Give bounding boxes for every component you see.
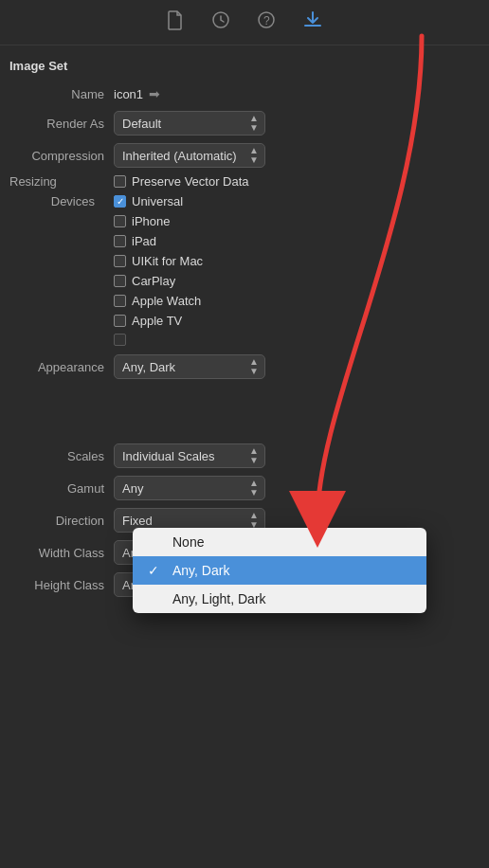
height-class-label: Height Class	[9, 578, 104, 592]
download-icon[interactable]	[302, 9, 323, 35]
any-dark-label: Any, Dark	[172, 563, 229, 578]
appearance-row: Appearance Any, Dark ▲▼	[0, 351, 489, 383]
apple-tv-item: Apple TV	[114, 314, 182, 328]
name-row: Name icon1 ➡	[0, 81, 489, 107]
ipad-label: iPad	[132, 234, 156, 248]
help-icon[interactable]: ?	[257, 10, 276, 34]
gamut-label: Gamut	[9, 481, 104, 496]
render-as-chevron-icon: ▲▼	[249, 114, 259, 133]
scales-chevron-icon: ▲▼	[249, 446, 259, 465]
more-checkbox[interactable]	[114, 334, 126, 346]
iphone-row: iPhone	[0, 211, 489, 231]
compression-label: Compression	[9, 149, 104, 163]
devices-universal-row: Devices Universal	[0, 191, 489, 211]
more-devices-row	[0, 331, 489, 349]
compression-row: Compression Inherited (Automatic) ▲▼	[0, 139, 489, 172]
uikit-row: UIKit for Mac	[0, 251, 489, 271]
apple-tv-checkbox[interactable]	[114, 315, 126, 327]
none-label: None	[172, 534, 204, 550]
scales-row: Scales Individual Scales ▲▼	[0, 440, 489, 472]
carplay-row: CarPlay	[0, 271, 489, 291]
appearance-popup: None ✓ Any, Dark Any, Light, Dark	[133, 528, 426, 613]
gamut-dropdown[interactable]: Any ▲▼	[114, 476, 265, 500]
render-as-label: Render As	[9, 117, 104, 131]
direction-label: Direction	[9, 514, 104, 528]
resizing-checkbox[interactable]	[114, 175, 126, 188]
scales-value: Individual Scales	[122, 449, 215, 463]
apple-watch-row: Apple Watch	[0, 291, 489, 311]
carplay-checkbox[interactable]	[114, 275, 126, 287]
resizing-checkbox-item: Preserve Vector Data	[114, 174, 249, 189]
compression-chevron-icon: ▲▼	[249, 146, 259, 165]
resizing-row: Resizing Preserve Vector Data	[0, 172, 489, 191]
iphone-label: iPhone	[132, 214, 170, 228]
appearance-dropdown[interactable]: Any, Dark ▲▼	[114, 354, 265, 379]
iphone-checkbox[interactable]	[114, 215, 126, 227]
apple-watch-item: Apple Watch	[114, 294, 201, 308]
more-item	[114, 334, 132, 346]
universal-checkbox[interactable]	[114, 195, 126, 208]
resizing-value: Preserve Vector Data	[132, 174, 249, 189]
render-as-value: Default	[122, 117, 161, 131]
ipad-item: iPad	[114, 234, 156, 248]
ipad-checkbox[interactable]	[114, 235, 126, 247]
name-label: Name	[9, 87, 104, 101]
appearance-chevron-icon: ▲▼	[249, 357, 259, 376]
carplay-item: CarPlay	[114, 274, 175, 288]
gamut-value: Any	[122, 481, 143, 496]
appearance-value: Any, Dark	[122, 360, 175, 374]
toolbar: ?	[0, 0, 489, 45]
gamut-row: Gamut Any ▲▼	[0, 472, 489, 504]
width-class-label: Width Class	[9, 546, 104, 560]
resizing-label: Resizing	[9, 174, 57, 189]
file-icon[interactable]	[166, 9, 185, 35]
popup-item-any-light-dark[interactable]: Any, Light, Dark	[133, 585, 426, 613]
popup-item-none[interactable]: None	[133, 528, 426, 556]
section-title: Image Set	[0, 55, 489, 81]
name-field: icon1 ➡	[114, 86, 160, 101]
gamut-chevron-icon: ▲▼	[249, 479, 259, 497]
appearance-label: Appearance	[9, 360, 104, 374]
devices-label: Devices	[51, 194, 95, 208]
name-value: icon1	[114, 87, 143, 101]
render-as-dropdown[interactable]: Default ▲▼	[114, 111, 265, 136]
apple-watch-label: Apple Watch	[132, 294, 201, 308]
uikit-item: UIKit for Mac	[114, 254, 203, 268]
name-arrow-icon[interactable]: ➡	[149, 86, 160, 101]
carplay-label: CarPlay	[132, 274, 175, 288]
svg-text:?: ?	[263, 14, 270, 27]
any-light-dark-label: Any, Light, Dark	[172, 591, 266, 606]
render-as-row: Render As Default ▲▼	[0, 107, 489, 139]
universal-label: Universal	[132, 194, 183, 208]
uikit-checkbox[interactable]	[114, 255, 126, 267]
scales-dropdown[interactable]: Individual Scales ▲▼	[114, 443, 265, 468]
uikit-label: UIKit for Mac	[132, 254, 203, 268]
iphone-item: iPhone	[114, 214, 170, 228]
history-icon[interactable]	[211, 10, 230, 34]
direction-chevron-icon: ▲▼	[249, 511, 259, 530]
compression-value: Inherited (Automatic)	[122, 149, 237, 163]
any-dark-checkmark-icon: ✓	[148, 563, 163, 578]
apple-watch-checkbox[interactable]	[114, 295, 126, 307]
apple-tv-label: Apple TV	[132, 314, 182, 328]
direction-value: Fixed	[122, 514, 153, 528]
scales-label: Scales	[9, 449, 104, 463]
content-area: Image Set Name icon1 ➡ Render As Default…	[0, 45, 489, 601]
ipad-row: iPad	[0, 231, 489, 251]
universal-item: Universal	[114, 194, 183, 208]
compression-dropdown[interactable]: Inherited (Automatic) ▲▼	[114, 143, 265, 168]
popup-item-any-dark[interactable]: ✓ Any, Dark	[133, 556, 426, 585]
apple-tv-row: Apple TV	[0, 311, 489, 331]
